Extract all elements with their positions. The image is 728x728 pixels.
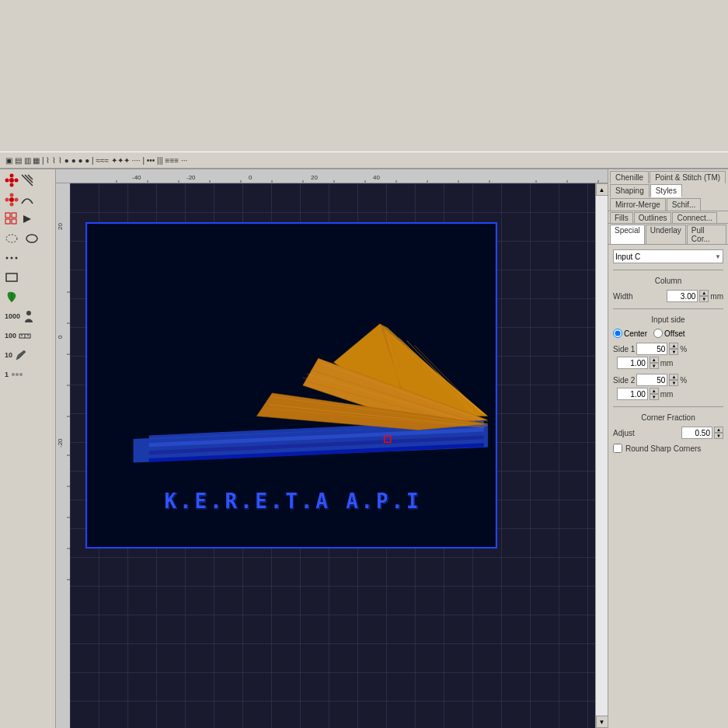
side2-pct-input[interactable] <box>636 374 667 386</box>
sub-tab-underlay[interactable]: Underlay <box>646 225 686 244</box>
num1000-tool-btn[interactable]: 1000 <box>2 307 54 326</box>
top-bar: ▣ ▤ ▥ ▦ | ⌇ ⌇ ⌇ ● ● ● ● | ≈≈≈ ✦✦✦ ···· |… <box>0 0 728 169</box>
input-side-title: Input side <box>613 315 723 324</box>
svg-point-22 <box>16 257 18 260</box>
width-input[interactable] <box>667 290 698 302</box>
round-sharp-corners-label: Round Sharp Corners <box>625 444 701 453</box>
arrow-icon <box>20 212 34 226</box>
side1-pct-up[interactable]: ▲ <box>669 343 678 349</box>
side2-mm-input[interactable] <box>617 388 648 400</box>
side2-mm-down[interactable]: ▼ <box>650 394 659 400</box>
side1-mm-input[interactable] <box>617 357 648 369</box>
adjust-input[interactable] <box>681 427 712 439</box>
flower2-tool-btn[interactable] <box>2 190 54 209</box>
ruler-corner <box>56 169 70 183</box>
adjust-label: Adjust <box>613 429 635 437</box>
width-row: Width ▲ ▼ mm <box>613 290 723 302</box>
sub-tab-outlines[interactable]: Outlines <box>634 212 672 223</box>
side1-mm-spinner: ▲ ▼ mm <box>617 357 674 369</box>
side1-mm-row: ▲ ▼ mm <box>613 357 723 369</box>
width-spin-down[interactable]: ▼ <box>699 296 709 302</box>
side2-mm-unit: mm <box>660 390 674 399</box>
sub-tab-connect[interactable]: Connect... <box>672 212 717 223</box>
svg-point-25 <box>26 311 31 315</box>
side1-mm-unit: mm <box>660 359 674 367</box>
num1-label: 1 <box>5 371 9 378</box>
sub-tab-fills[interactable]: Fills <box>610 212 633 223</box>
diagonal-lines-icon <box>20 173 34 187</box>
tab-styles[interactable]: Styles <box>650 184 682 197</box>
side2-pct-down[interactable]: ▼ <box>669 380 678 386</box>
radio-offset-input[interactable] <box>653 329 663 338</box>
stitch-tool-btn[interactable] <box>2 210 54 228</box>
svg-text:-20: -20 <box>57 438 64 448</box>
svg-marker-17 <box>23 215 31 223</box>
num1-tool-btn[interactable]: 1 <box>2 365 54 384</box>
tab-shaping[interactable]: Shaping <box>610 184 650 197</box>
side1-pct-input[interactable] <box>636 343 667 355</box>
panel-content: Input C ▼ Column Width ▲ ▼ mm Inp <box>608 245 728 728</box>
svg-point-21 <box>11 257 13 260</box>
dotted-tool-btn[interactable] <box>2 249 54 267</box>
divider-1 <box>613 270 723 270</box>
tab-schif[interactable]: Schif... <box>667 198 702 211</box>
design-frame: K.E.R.E.T.A A.P.I K.E.R.E.T.A A.P.I <box>85 222 497 549</box>
svg-text:-40: -40 <box>132 174 141 181</box>
leaf-tool-btn[interactable] <box>2 287 54 306</box>
svg-point-18 <box>6 235 17 242</box>
side2-pct-up[interactable]: ▲ <box>669 374 678 380</box>
tab-mirror-merge[interactable]: Mirror-Merge <box>610 198 666 211</box>
svg-point-19 <box>26 235 37 242</box>
rect-tool-btn[interactable] <box>2 268 54 287</box>
svg-text:K.E.R.E.T.A  A.P.I: K.E.R.E.T.A A.P.I <box>165 490 423 514</box>
tab-point-stitch[interactable]: Point & Stitch (TM) <box>650 171 726 183</box>
adjust-spin-buttons: ▲ ▼ <box>714 427 723 439</box>
input-c-dropdown[interactable]: Input C ▼ <box>613 249 723 263</box>
dotted-oval-icon <box>5 232 19 246</box>
width-label: Width <box>613 292 633 301</box>
side2-section: Side 2 ▲ ▼ % ▲ <box>613 374 723 400</box>
side2-pct-row: Side 2 ▲ ▼ % <box>613 374 723 386</box>
ruler-icon <box>18 329 32 343</box>
svg-text:-20: -20 <box>186 174 196 181</box>
svg-point-9 <box>10 193 14 197</box>
sub-tab-special[interactable]: Special <box>610 225 645 244</box>
width-unit: mm <box>710 292 723 301</box>
flower-tool-btn[interactable] <box>2 171 54 190</box>
num10-tool-btn[interactable]: 10 <box>2 346 54 364</box>
scroll-down-btn[interactable]: ▼ <box>596 716 608 728</box>
sub-tab-bar-2: Special Underlay Pull Cor... <box>608 224 728 245</box>
round-sharp-corners-checkbox[interactable] <box>613 444 622 453</box>
tab-chenille[interactable]: Chenille <box>610 171 649 183</box>
pencil-icon <box>14 348 28 362</box>
right-panel: Chenille Point & Stitch (TM) Shaping Sty… <box>608 169 728 728</box>
side1-pct-spinner: ▲ ▼ % <box>636 343 687 355</box>
round-sharp-corners-row: Round Sharp Corners <box>613 444 723 453</box>
num100-tool-btn[interactable]: 100 <box>2 326 54 345</box>
leaf-icon <box>5 290 19 304</box>
num1000-label: 1000 <box>5 312 20 320</box>
svg-point-32 <box>16 373 19 376</box>
input-c-label: Input C <box>615 253 640 261</box>
main-area: 1000 100 10 <box>0 169 728 728</box>
dropdown-arrow-icon: ▼ <box>715 253 721 260</box>
radio-center-input[interactable] <box>613 329 622 338</box>
svg-point-31 <box>12 373 15 376</box>
adjust-spin-up[interactable]: ▲ <box>714 427 723 433</box>
side1-pct-unit: % <box>680 345 687 354</box>
svg-rect-23 <box>6 273 17 281</box>
side2-mm-up[interactable]: ▲ <box>650 388 659 394</box>
side1-pct-down[interactable]: ▼ <box>669 349 678 355</box>
adjust-spin-down[interactable]: ▼ <box>714 433 723 439</box>
side1-mm-down[interactable]: ▼ <box>650 363 659 369</box>
scroll-track[interactable] <box>596 196 608 716</box>
eye-tool-btn[interactable] <box>2 229 54 248</box>
width-spin-up[interactable]: ▲ <box>699 290 709 296</box>
svg-point-8 <box>9 197 14 202</box>
divider-3 <box>613 406 723 407</box>
scroll-up-btn[interactable]: ▲ <box>596 183 608 196</box>
scroll-bar-right: ▲ ▼ <box>595 183 608 728</box>
sub-tab-pull-cor[interactable]: Pull Cor... <box>687 225 726 244</box>
svg-rect-34 <box>70 169 608 183</box>
side1-mm-up[interactable]: ▲ <box>650 357 659 363</box>
